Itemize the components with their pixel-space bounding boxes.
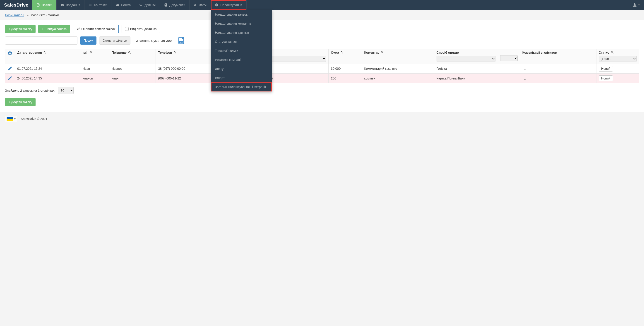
orders-table-wrap: Дата створення Ім'я Прізвище Телефон Тов… [5, 49, 639, 83]
search-icon[interactable] [174, 51, 176, 54]
user-icon [633, 3, 637, 7]
mail-icon [116, 3, 119, 7]
nav-label: Дзвінки [144, 3, 156, 7]
col-status[interactable]: Статус [в про... [596, 49, 639, 64]
user-menu[interactable] [628, 0, 644, 10]
edit-icon[interactable] [8, 66, 12, 71]
col-name[interactable]: Ім'я [80, 49, 109, 64]
col-status-label: Статус [599, 51, 609, 54]
nav-contacts[interactable]: Контакти [84, 0, 111, 10]
summary-sum: 30 200 [161, 39, 172, 42]
select-many-button[interactable]: Виділити декілька [122, 25, 160, 33]
nav-spacer [246, 0, 628, 10]
cell-comms: … [520, 64, 596, 74]
refresh-button[interactable]: Оновити список заявок [73, 25, 119, 33]
dropdown-item-calls-settings[interactable]: Налаштування дзвінків [211, 28, 272, 37]
edit-icon[interactable] [8, 76, 12, 80]
phone-icon [139, 3, 143, 7]
quick-order-button[interactable]: + Швидка заявка [38, 25, 70, 33]
summary-sep: | [172, 39, 174, 42]
cell-payment: Картка ПриватБанк [434, 74, 498, 83]
content: + Додати заявку + Швидка заявка Оновити … [0, 20, 644, 112]
nav-label: Документи [170, 3, 185, 7]
nav-tasks[interactable]: Завдання [56, 0, 84, 10]
col-comment[interactable]: Коментар [362, 49, 434, 64]
cell-status: Новий [596, 64, 639, 74]
copyright: SalesDrive © 2021 [21, 117, 47, 121]
status-filter-select[interactable]: [в про... [599, 56, 636, 62]
col-payment-label: Спосіб оплати [436, 51, 459, 54]
dropdown-item-import[interactable]: Імпорт [211, 73, 272, 82]
dropdown-item-orders-settings[interactable]: Налаштування заявок [211, 10, 272, 19]
cell-phone: 38 (067) 000-00-00 [156, 64, 217, 74]
edit-cell [5, 74, 15, 83]
col-gear [5, 49, 15, 64]
col-sum[interactable]: Сума [328, 49, 362, 64]
extra-filter-select[interactable] [500, 55, 518, 61]
language-selector[interactable] [5, 116, 17, 122]
cell-comment: коммент [362, 74, 434, 83]
col-date-label: Дата створення [17, 51, 42, 54]
book-icon [164, 3, 168, 7]
name-link[interactable]: Иван [82, 67, 90, 70]
name-link[interactable]: иванов [82, 76, 93, 80]
col-date[interactable]: Дата створення [15, 49, 80, 64]
chevron-down-icon [638, 4, 640, 6]
search-icon[interactable] [43, 51, 46, 54]
nav-label: Завдання [66, 3, 80, 7]
cell-comms: … [520, 74, 596, 83]
status-badge[interactable]: Новий [599, 66, 613, 72]
nav-label: Налаштування [220, 3, 242, 7]
search-icon[interactable] [90, 51, 93, 54]
nav-label: Звіти [199, 3, 206, 7]
add-order-button[interactable]: + Додати заявку [5, 25, 36, 33]
cell-name: иванов [80, 74, 109, 83]
add-order-button-bottom[interactable]: + Додати заявку [5, 98, 36, 106]
col-surname[interactable]: Прізвище [109, 49, 156, 64]
cell-sum: 30 000 [328, 64, 362, 74]
pager: Знайдено 2 заявок на 1 сторінках. 30 [5, 83, 639, 94]
reset-filters-button[interactable]: Скинути фільтри [99, 36, 130, 44]
gear-icon [215, 3, 218, 7]
payment-filter-select[interactable] [436, 56, 496, 62]
summary-label: заявок. Сума: [138, 39, 162, 42]
dropdown-item-access[interactable]: Доступ [211, 64, 272, 73]
search-icon[interactable] [611, 51, 614, 54]
cell-comment: Комментарий к заявке [362, 64, 434, 74]
search-icon[interactable] [128, 51, 131, 54]
cell-surname: иван [109, 74, 156, 83]
col-phone[interactable]: Телефон [156, 49, 217, 64]
search-icon[interactable] [381, 51, 384, 54]
dropdown-item-contacts-settings[interactable]: Налаштування контактів [211, 19, 272, 28]
perpage-select[interactable]: 30 [58, 87, 74, 94]
nav-documents[interactable]: Документи [160, 0, 189, 10]
edit-cell [5, 64, 15, 74]
search-icon[interactable] [340, 51, 344, 54]
comms-ellipsis[interactable]: … [522, 76, 527, 80]
col-extra[interactable] [498, 49, 520, 64]
gear-icon[interactable] [8, 51, 12, 56]
cell-extra [498, 64, 520, 74]
status-badge[interactable]: Новий [599, 76, 613, 81]
col-payment[interactable]: Спосіб оплати [434, 49, 498, 64]
cell-date: 01.07.2021 15:24 [15, 64, 80, 74]
nav-mail[interactable]: Пошта [111, 0, 135, 10]
nav-reports[interactable]: Звіти [189, 0, 210, 10]
dropdown-item-general-integrations[interactable]: Загальні налаштування і інтеграції [211, 82, 272, 92]
nav-settings[interactable]: Налаштування Налаштування заявок Налашту… [210, 0, 246, 10]
col-name-label: Ім'я [82, 51, 88, 54]
checkbox-icon [125, 27, 128, 31]
dropdown-item-statuses[interactable]: Статуси заявок [211, 37, 272, 46]
dropdown-item-goods[interactable]: Товари/Послуги [211, 46, 272, 55]
col-surname-label: Прізвище [112, 51, 126, 54]
col-comms[interactable]: Комунікації з клієнтом [520, 49, 596, 64]
breadcrumb-root[interactable]: Бази заявок [5, 13, 24, 17]
search-button[interactable]: Пошук [80, 36, 96, 44]
comms-ellipsis[interactable]: … [522, 66, 527, 71]
table-row: 24.06.2021 14:35 иванов иван (067) 000-1… [5, 74, 639, 83]
nav-calls[interactable]: Дзвінки [135, 0, 160, 10]
export-xls-button[interactable]: XLS [178, 37, 184, 44]
search-input[interactable] [5, 36, 78, 44]
dropdown-item-campaigns[interactable]: Рекламні кампанії [211, 55, 272, 64]
nav-orders[interactable]: Заявки [32, 0, 56, 10]
